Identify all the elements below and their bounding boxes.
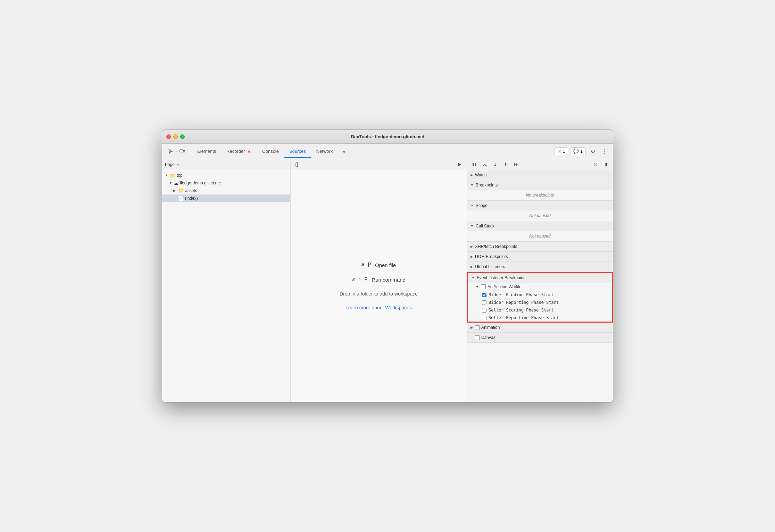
scope-label: Scope — [476, 203, 488, 208]
separator-1 — [190, 148, 190, 155]
checkbox-seller-scoring-label: Seller Scoring Phase Start — [489, 308, 554, 313]
global-label: Global Listeners — [475, 264, 505, 269]
cloud-icon: ☁ — [174, 181, 178, 186]
svg-marker-3 — [458, 163, 461, 167]
arrow-assets: ▶ — [173, 189, 178, 192]
canvas-checkbox-icon — [475, 335, 480, 340]
canvas-section-header[interactable]: ▶ Canvas — [467, 333, 613, 342]
ad-auction-row[interactable]: ▼ − Ad Auction Worklet — [468, 283, 612, 291]
checkbox-bidding-start-input[interactable] — [482, 293, 486, 297]
xhr-section-header[interactable]: ▶ XHR/fetch Breakpoints — [467, 242, 613, 251]
checkbox-seller-scoring-input[interactable] — [482, 308, 486, 313]
messages-count: 1 — [580, 149, 583, 154]
tab-elements[interactable]: Elements — [192, 147, 221, 156]
file-icon: 📄 — [178, 196, 184, 201]
global-arrow: ▶ — [470, 265, 473, 268]
callstack-label: Call Stack — [476, 224, 494, 228]
close-panel-icon[interactable] — [293, 161, 302, 168]
checkbox-bidding-start-label: Bidder Bidding Phase Start — [489, 292, 554, 297]
checkbox-seller-reporting-input[interactable] — [482, 316, 486, 320]
tab-sources[interactable]: Sources — [284, 147, 311, 156]
sidebar-header: Page » ⋮ — [162, 159, 290, 170]
step-icon[interactable] — [511, 161, 520, 168]
checkbox-bidding-reporting[interactable]: Bidder Reporting Phase Start — [468, 299, 612, 306]
tab-console[interactable]: Console — [257, 147, 284, 156]
arrow-domain: ▼ — [169, 181, 174, 185]
tree-item-index[interactable]: ▶ 📄 (index) — [162, 194, 290, 202]
more-tabs-button[interactable]: » — [338, 147, 349, 156]
tree-label-domain: fledge-demo.glitch.me — [180, 181, 221, 185]
shortcut1-keys: ⌘ P — [361, 262, 371, 268]
watch-section: ▶ Watch — [467, 170, 613, 180]
animation-section-header[interactable]: ▶ Animation — [467, 323, 613, 332]
callstack-section-header[interactable]: ▼ Call Stack — [467, 221, 613, 231]
dom-section: ▶ DOM Breakpoints — [467, 252, 613, 262]
shortcut2-keys: ⌘ ⇧ P — [352, 276, 367, 283]
canvas-section: ▶ Canvas — [467, 333, 613, 343]
callstack-section: ▼ Call Stack Not paused — [467, 221, 613, 242]
scope-arrow: ▼ — [470, 204, 474, 207]
breakpoints-empty: No breakpoints — [526, 193, 554, 198]
play-icon[interactable] — [455, 161, 464, 168]
error-icon: ✕ — [558, 149, 561, 154]
step-out-icon[interactable] — [501, 161, 510, 168]
main-toolbar: Elements Recorder 🔺 Console Sources Netw… — [162, 144, 613, 159]
scope-section-header[interactable]: ▼ Scope — [467, 201, 613, 210]
step-over-icon[interactable] — [480, 161, 489, 168]
xhr-label: XHR/fetch Breakpoints — [475, 244, 517, 249]
sidebar-page-title: Page — [165, 162, 175, 167]
xhr-arrow: ▶ — [470, 245, 473, 248]
shortcut1-action: Open file — [375, 262, 396, 268]
event-listener-arrow: ▼ — [472, 276, 475, 280]
errors-count: 1 — [563, 149, 565, 154]
sidebar-expand-icon[interactable]: » — [177, 163, 179, 167]
errors-badge[interactable]: ✕ 1 — [555, 147, 568, 155]
dom-section-header[interactable]: ▶ DOM Breakpoints — [467, 252, 613, 261]
breakpoints-section-header[interactable]: ▼ Breakpoints — [467, 180, 613, 190]
sidebar-menu-icon[interactable]: ⋮ — [281, 161, 288, 168]
tab-recorder[interactable]: Recorder 🔺 — [222, 147, 257, 156]
breakpoints-label: Breakpoints — [476, 183, 498, 188]
global-section: ▶ Global Listeners — [467, 262, 613, 272]
svg-rect-1 — [183, 150, 185, 152]
minimize-button[interactable] — [173, 134, 178, 139]
watch-section-header[interactable]: ▶ Watch — [467, 170, 613, 180]
shortcut2-action: Run command — [372, 277, 406, 283]
tree-label-index: (index) — [185, 196, 198, 201]
global-section-header[interactable]: ▶ Global Listeners — [467, 262, 613, 272]
debugger-panel: ⏸ ▶ Watch ▼ Breakpoints No breakpoints — [467, 159, 613, 402]
titlebar: DevTools - fledge-demo.glitch.me/ — [162, 130, 613, 144]
cursor-icon[interactable] — [165, 147, 176, 156]
dont-pause-icon[interactable]: ⏸ — [601, 161, 610, 168]
tree-item-domain[interactable]: ▼ ☁ fledge-demo.glitch.me — [162, 179, 290, 187]
tab-network[interactable]: Network — [311, 147, 338, 156]
tree-item-assets[interactable]: ▶ 📁 assets — [162, 187, 290, 194]
messages-badge[interactable]: 💬 1 — [570, 147, 586, 155]
tree-item-top[interactable]: ▼ 📁 top — [162, 172, 290, 179]
file-sidebar: Page » ⋮ ▼ 📁 top ▼ ☁ fledge-demo.glitch.… — [162, 159, 291, 402]
svg-rect-4 — [473, 163, 474, 166]
scope-empty: Not paused — [529, 213, 550, 218]
checkbox-bidding-start[interactable]: Bidder Bidding Phase Start — [468, 291, 612, 299]
file-tree: ▼ 📁 top ▼ ☁ fledge-demo.glitch.me ▶ 📁 — [162, 170, 290, 402]
breakpoints-content: No breakpoints — [467, 190, 613, 200]
maximize-button[interactable] — [180, 134, 185, 139]
editor-toolbar — [291, 159, 467, 170]
checkbox-bidding-reporting-input[interactable] — [482, 300, 486, 305]
checkbox-seller-scoring[interactable]: Seller Scoring Phase Start — [468, 306, 612, 314]
workspace-link[interactable]: Learn more about Workspaces — [345, 305, 412, 310]
canvas-label: Canvas — [481, 335, 495, 340]
step-into-icon[interactable] — [491, 161, 500, 168]
breakpoints-arrow: ▼ — [470, 183, 474, 187]
checkbox-seller-reporting[interactable]: Seller Reporting Phase Start — [468, 314, 612, 322]
arrow-top: ▼ — [165, 174, 170, 177]
device-toggle-icon[interactable] — [177, 147, 188, 156]
svg-rect-5 — [475, 163, 476, 166]
event-listener-header[interactable]: ▼ Event Listener Breakpoints — [468, 273, 612, 283]
settings-icon[interactable]: ⚙ — [587, 147, 598, 156]
pause-icon[interactable] — [470, 161, 479, 168]
deactivate-breakpoints-icon[interactable] — [591, 161, 600, 168]
close-button[interactable] — [166, 134, 171, 139]
more-options-icon[interactable]: ⋮ — [599, 147, 610, 156]
workspace-description: Drop in a folder to add to workspace — [340, 291, 418, 297]
